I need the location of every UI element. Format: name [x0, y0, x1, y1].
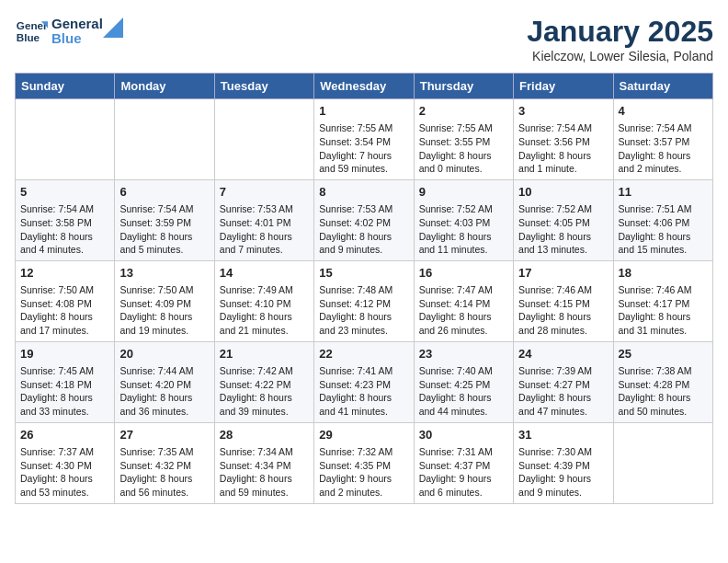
day-number: 17	[518, 265, 608, 282]
calendar-cell: 27Sunrise: 7:35 AM Sunset: 4:32 PM Dayli…	[115, 422, 214, 503]
weekday-header-sunday: Sunday	[16, 74, 115, 99]
day-number: 21	[220, 346, 309, 362]
calendar-cell: 30Sunrise: 7:31 AM Sunset: 4:37 PM Dayli…	[414, 422, 513, 503]
day-info: Sunrise: 7:39 AM Sunset: 4:27 PM Dayligh…	[518, 364, 608, 419]
calendar-cell: 4Sunrise: 7:54 AM Sunset: 3:57 PM Daylig…	[613, 99, 712, 180]
day-number: 25	[619, 346, 708, 362]
day-number: 15	[319, 265, 408, 282]
calendar-cell: 28Sunrise: 7:34 AM Sunset: 4:34 PM Dayli…	[214, 422, 313, 503]
day-number: 13	[119, 265, 209, 282]
day-number: 9	[419, 184, 508, 201]
calendar-cell	[613, 422, 712, 503]
calendar-cell: 13Sunrise: 7:50 AM Sunset: 4:09 PM Dayli…	[115, 260, 214, 341]
calendar-cell: 18Sunrise: 7:46 AM Sunset: 4:17 PM Dayli…	[613, 260, 712, 341]
day-number: 3	[518, 103, 608, 120]
week-row-3: 12Sunrise: 7:50 AM Sunset: 4:08 PM Dayli…	[16, 260, 713, 341]
day-info: Sunrise: 7:38 AM Sunset: 4:28 PM Dayligh…	[619, 364, 708, 419]
day-info: Sunrise: 7:54 AM Sunset: 3:59 PM Dayligh…	[119, 202, 209, 257]
day-number: 23	[419, 346, 508, 362]
logo: General Blue General Blue	[15, 15, 123, 48]
day-number: 10	[518, 184, 608, 201]
day-number: 6	[119, 184, 209, 201]
day-info: Sunrise: 7:49 AM Sunset: 4:10 PM Dayligh…	[220, 283, 309, 338]
day-info: Sunrise: 7:54 AM Sunset: 3:56 PM Dayligh…	[518, 121, 608, 176]
month-title: January 2025	[527, 15, 713, 49]
calendar-cell: 6Sunrise: 7:54 AM Sunset: 3:59 PM Daylig…	[115, 179, 214, 260]
day-number: 22	[319, 346, 408, 362]
day-number: 12	[20, 265, 109, 282]
day-info: Sunrise: 7:48 AM Sunset: 4:12 PM Dayligh…	[319, 283, 408, 338]
calendar-cell: 17Sunrise: 7:46 AM Sunset: 4:15 PM Dayli…	[514, 260, 613, 341]
logo-icon: General Blue	[15, 15, 48, 48]
day-number: 18	[619, 265, 708, 282]
day-number: 31	[518, 427, 608, 443]
day-info: Sunrise: 7:46 AM Sunset: 4:15 PM Dayligh…	[518, 283, 608, 338]
calendar-cell: 2Sunrise: 7:55 AM Sunset: 3:55 PM Daylig…	[414, 99, 513, 180]
svg-marker-3	[103, 17, 123, 38]
logo-text-general: General	[51, 17, 103, 32]
calendar-cell: 29Sunrise: 7:32 AM Sunset: 4:35 PM Dayli…	[314, 422, 414, 503]
day-info: Sunrise: 7:42 AM Sunset: 4:22 PM Dayligh…	[220, 364, 309, 419]
calendar-cell	[214, 99, 313, 180]
weekday-header-wednesday: Wednesday	[314, 74, 414, 99]
week-row-5: 26Sunrise: 7:37 AM Sunset: 4:30 PM Dayli…	[16, 422, 713, 503]
title-block: January 2025 Kielczow, Lower Silesia, Po…	[527, 15, 713, 63]
calendar-cell: 16Sunrise: 7:47 AM Sunset: 4:14 PM Dayli…	[414, 260, 513, 341]
page-header: General Blue General Blue January 2025 K…	[15, 15, 713, 63]
day-info: Sunrise: 7:54 AM Sunset: 3:58 PM Dayligh…	[20, 202, 109, 257]
day-info: Sunrise: 7:50 AM Sunset: 4:08 PM Dayligh…	[20, 283, 109, 338]
day-number: 16	[419, 265, 508, 282]
day-number: 24	[518, 346, 608, 362]
calendar-cell: 12Sunrise: 7:50 AM Sunset: 4:08 PM Dayli…	[16, 260, 115, 341]
day-info: Sunrise: 7:37 AM Sunset: 4:30 PM Dayligh…	[20, 445, 109, 500]
calendar-cell: 7Sunrise: 7:53 AM Sunset: 4:01 PM Daylig…	[214, 179, 313, 260]
calendar-cell	[115, 99, 214, 180]
day-number: 26	[20, 427, 109, 443]
logo-text-blue: Blue	[51, 31, 103, 47]
day-info: Sunrise: 7:55 AM Sunset: 3:54 PM Dayligh…	[319, 121, 408, 176]
day-number: 29	[319, 427, 408, 443]
day-info: Sunrise: 7:40 AM Sunset: 4:25 PM Dayligh…	[419, 364, 508, 419]
day-info: Sunrise: 7:44 AM Sunset: 4:20 PM Dayligh…	[119, 364, 209, 419]
calendar-cell	[16, 99, 115, 180]
day-info: Sunrise: 7:55 AM Sunset: 3:55 PM Dayligh…	[419, 121, 508, 176]
day-info: Sunrise: 7:52 AM Sunset: 4:05 PM Dayligh…	[518, 202, 608, 257]
day-info: Sunrise: 7:34 AM Sunset: 4:34 PM Dayligh…	[220, 445, 309, 500]
day-info: Sunrise: 7:35 AM Sunset: 4:32 PM Dayligh…	[119, 445, 209, 500]
calendar-cell: 10Sunrise: 7:52 AM Sunset: 4:05 PM Dayli…	[514, 179, 613, 260]
day-info: Sunrise: 7:54 AM Sunset: 3:57 PM Dayligh…	[619, 121, 708, 176]
calendar-cell: 1Sunrise: 7:55 AM Sunset: 3:54 PM Daylig…	[314, 99, 414, 180]
calendar-cell: 21Sunrise: 7:42 AM Sunset: 4:22 PM Dayli…	[214, 341, 313, 422]
calendar-cell: 19Sunrise: 7:45 AM Sunset: 4:18 PM Dayli…	[16, 341, 115, 422]
calendar-cell: 22Sunrise: 7:41 AM Sunset: 4:23 PM Dayli…	[314, 341, 414, 422]
week-row-4: 19Sunrise: 7:45 AM Sunset: 4:18 PM Dayli…	[16, 341, 713, 422]
calendar-cell: 15Sunrise: 7:48 AM Sunset: 4:12 PM Dayli…	[314, 260, 414, 341]
calendar-cell: 11Sunrise: 7:51 AM Sunset: 4:06 PM Dayli…	[613, 179, 712, 260]
day-info: Sunrise: 7:53 AM Sunset: 4:01 PM Dayligh…	[220, 202, 309, 257]
weekday-header-monday: Monday	[115, 74, 214, 99]
day-info: Sunrise: 7:47 AM Sunset: 4:14 PM Dayligh…	[419, 283, 508, 338]
calendar-table: SundayMondayTuesdayWednesdayThursdayFrid…	[15, 73, 713, 504]
weekday-header-thursday: Thursday	[414, 74, 513, 99]
day-number: 5	[20, 184, 109, 201]
calendar-cell: 25Sunrise: 7:38 AM Sunset: 4:28 PM Dayli…	[613, 341, 712, 422]
day-info: Sunrise: 7:50 AM Sunset: 4:09 PM Dayligh…	[119, 283, 209, 338]
day-number: 27	[119, 427, 209, 443]
calendar-cell: 23Sunrise: 7:40 AM Sunset: 4:25 PM Dayli…	[414, 341, 513, 422]
calendar-cell: 5Sunrise: 7:54 AM Sunset: 3:58 PM Daylig…	[16, 179, 115, 260]
day-number: 1	[319, 103, 408, 120]
day-info: Sunrise: 7:53 AM Sunset: 4:02 PM Dayligh…	[319, 202, 408, 257]
weekday-header-saturday: Saturday	[613, 74, 712, 99]
day-number: 14	[220, 265, 309, 282]
day-info: Sunrise: 7:51 AM Sunset: 4:06 PM Dayligh…	[619, 202, 708, 257]
calendar-cell: 8Sunrise: 7:53 AM Sunset: 4:02 PM Daylig…	[314, 179, 414, 260]
day-number: 20	[119, 346, 209, 362]
svg-text:Blue: Blue	[17, 31, 40, 43]
location-title: Kielczow, Lower Silesia, Poland	[527, 49, 713, 63]
day-info: Sunrise: 7:41 AM Sunset: 4:23 PM Dayligh…	[319, 364, 408, 419]
day-info: Sunrise: 7:46 AM Sunset: 4:17 PM Dayligh…	[619, 283, 708, 338]
day-info: Sunrise: 7:52 AM Sunset: 4:03 PM Dayligh…	[419, 202, 508, 257]
day-number: 30	[419, 427, 508, 443]
week-row-1: 1Sunrise: 7:55 AM Sunset: 3:54 PM Daylig…	[16, 99, 713, 180]
day-number: 2	[419, 103, 508, 120]
